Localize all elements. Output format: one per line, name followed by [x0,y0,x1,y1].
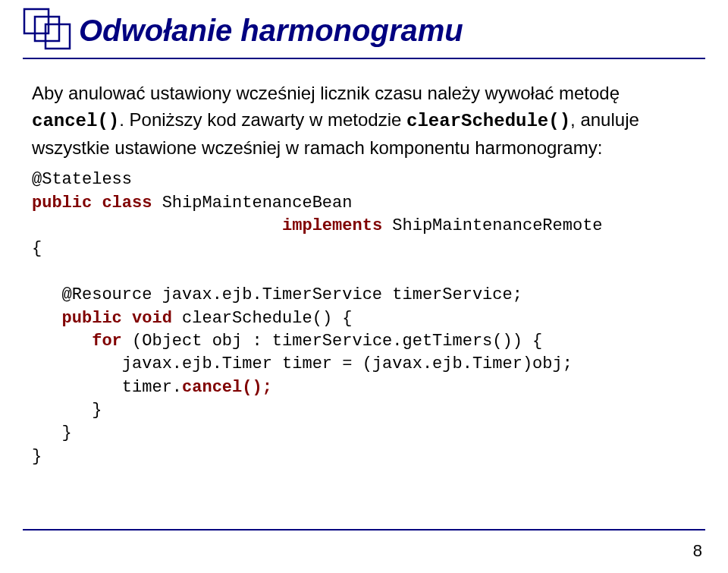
code-line-6: @Resource javax.ejb.TimerService timerSe… [32,285,522,304]
inline-code-clearschedule: clearSchedule() [406,111,570,131]
para-text-1: Aby anulować ustawiony wcześniej licznik… [32,83,620,103]
para-text-2: . Poniższy kod zawarty w metodzie [119,109,406,130]
inline-code-cancel: cancel() [32,111,119,131]
kw-class: class [102,194,152,213]
body-area: Aby anulować ustawiony wcześniej licznik… [0,59,728,468]
squares-logo-icon [23,8,71,53]
kw-void: void [132,309,172,328]
code-seg [122,309,132,328]
code-block: @Stateless public class ShipMaintenanceB… [32,168,696,468]
code-seg [92,194,102,213]
kw-public-1: public [32,194,92,213]
code-line-12: } [32,423,72,442]
code-seg [32,309,62,328]
slide-title: Odwołanie harmonogramu [79,14,463,48]
kw-public-2: public [62,309,122,328]
kw-for: for [92,332,122,351]
code-seg: clearSchedule() { [172,309,353,328]
code-seg: ShipMaintenanceBean [152,194,352,213]
code-line-9: javax.ejb.Timer timer = (javax.ejb.Timer… [32,354,573,373]
slide: Odwołanie harmonogramu Aby anulować usta… [0,0,728,573]
code-seg: (Object obj : timerService.getTimers()) … [122,332,543,351]
code-seg [32,216,282,235]
page-number: 8 [693,541,702,561]
intro-paragraph: Aby anulować ustawiony wcześniej licznik… [32,80,696,161]
code-seg: ShipMaintenanceRemote [382,216,602,235]
code-seg: timer. [32,378,182,397]
header-row: Odwołanie harmonogramu [0,0,728,53]
code-line-4: { [32,239,42,258]
code-line-11: } [32,401,102,420]
code-seg [32,332,92,351]
svg-rect-1 [35,17,59,41]
kw-cancel: cancel(); [182,378,272,397]
code-line-13: } [32,447,42,466]
code-line-1: @Stateless [32,170,132,189]
kw-implements: implements [282,216,382,235]
footer-rule [23,529,705,530]
